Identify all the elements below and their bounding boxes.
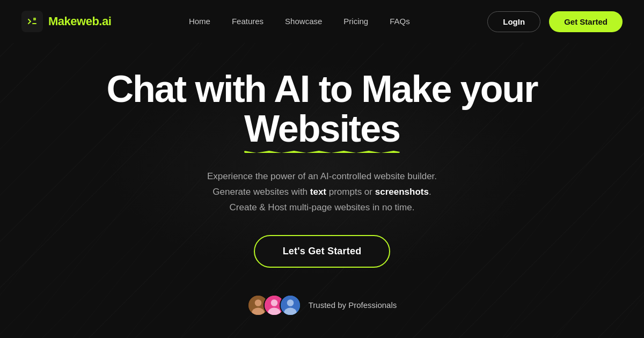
hero-subtitle: Experience the power of an AI-controlled…	[207, 169, 437, 216]
avatar-3	[280, 295, 301, 316]
svg-rect-14	[33, 18, 36, 20]
svg-point-22	[287, 299, 294, 306]
hero-title: Chat with AI to Make your Websites	[80, 70, 564, 149]
svg-rect-13	[26, 15, 39, 28]
nav-item-features[interactable]: Features	[232, 17, 264, 26]
logo[interactable]: Makeweb.ai	[21, 11, 111, 32]
nav-item-pricing[interactable]: Pricing	[343, 17, 368, 26]
nav-item-showcase[interactable]: Showcase	[285, 17, 322, 26]
hero-title-highlight: Websites	[244, 109, 400, 149]
nav-links: Home Features Showcase Pricing FAQs	[189, 17, 410, 26]
logo-text: Makeweb.ai	[48, 14, 111, 28]
svg-point-19	[270, 299, 277, 306]
cta-button[interactable]: Let's Get Started	[254, 235, 391, 268]
get-started-nav-button[interactable]: Get Started	[549, 11, 623, 32]
login-button[interactable]: LogIn	[487, 11, 540, 32]
trust-area: Trusted by Professionals	[247, 295, 397, 316]
svg-point-16	[254, 299, 261, 306]
hero-section: Chat with AI to Make your Websites Exper…	[0, 43, 644, 337]
nav-actions: LogIn Get Started	[487, 11, 623, 32]
trust-text: Trusted by Professionals	[309, 300, 397, 310]
navbar: Makeweb.ai Home Features Showcase Pricin…	[0, 0, 644, 43]
logo-icon	[21, 11, 43, 32]
nav-item-faqs[interactable]: FAQs	[390, 17, 410, 26]
nav-item-home[interactable]: Home	[189, 17, 210, 26]
avatars-group	[247, 295, 301, 316]
